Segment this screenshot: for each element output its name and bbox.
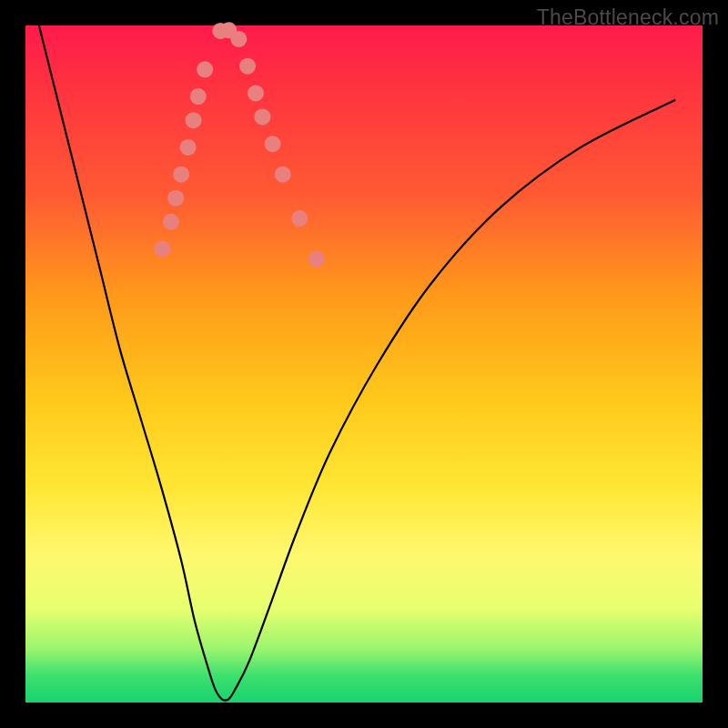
data-marker [167,190,184,207]
chart-svg [25,25,703,703]
data-marker [265,136,281,152]
data-marker [154,241,170,258]
data-marker [230,31,247,47]
data-marker [275,167,291,183]
data-marker [254,108,270,125]
data-marker [186,112,202,128]
curve-layer [39,25,675,701]
chart-plot-area [25,25,703,703]
data-marker [248,85,264,101]
data-marker [308,251,325,268]
bottleneck-curve [39,25,675,701]
data-marker [197,61,213,77]
data-marker [173,167,189,183]
watermark-text: TheBottleneck.com [537,5,719,30]
data-marker [190,88,207,105]
chart-frame: TheBottleneck.com [0,0,728,728]
data-marker [180,139,197,156]
data-marker [291,210,308,227]
data-marker [163,214,179,230]
marker-layer [154,22,325,267]
data-marker [239,58,256,75]
